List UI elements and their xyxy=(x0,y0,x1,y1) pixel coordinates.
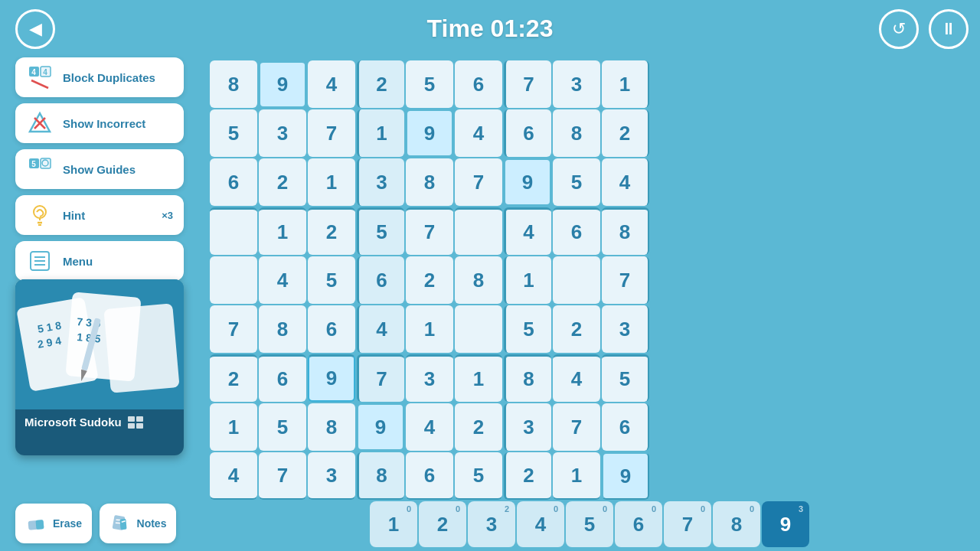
cell-3-0[interactable] xyxy=(210,207,257,255)
num-button-4[interactable]: 04 xyxy=(517,501,564,547)
cell-3-7[interactable]: 6 xyxy=(553,207,600,255)
cell-5-3[interactable]: 4 xyxy=(357,305,404,353)
cell-2-8[interactable]: 4 xyxy=(602,158,649,206)
num-button-6[interactable]: 06 xyxy=(615,501,662,547)
cell-6-8[interactable]: 5 xyxy=(602,354,649,402)
cell-7-4[interactable]: 4 xyxy=(406,403,453,451)
num-button-7[interactable]: 07 xyxy=(664,501,711,547)
cell-6-4[interactable]: 3 xyxy=(406,354,453,402)
cell-6-5[interactable]: 1 xyxy=(455,354,502,402)
cell-6-6[interactable]: 8 xyxy=(504,354,551,402)
cell-5-7[interactable]: 2 xyxy=(553,305,600,353)
cell-2-6[interactable]: 9 xyxy=(504,158,551,206)
cell-0-6[interactable]: 7 xyxy=(504,60,551,108)
cell-1-7[interactable]: 8 xyxy=(553,109,600,157)
cell-4-5[interactable]: 8 xyxy=(455,256,502,304)
sidebar-item-show-guides[interactable]: 5 Show Guides xyxy=(15,149,184,189)
cell-4-0[interactable] xyxy=(210,256,257,304)
num-button-1[interactable]: 01 xyxy=(370,501,417,547)
cell-0-4[interactable]: 5 xyxy=(406,60,453,108)
cell-0-2[interactable]: 4 xyxy=(308,60,355,108)
num-button-8[interactable]: 08 xyxy=(713,501,760,547)
cell-3-6[interactable]: 4 xyxy=(504,207,551,255)
cell-6-2[interactable]: 9 xyxy=(308,354,355,402)
num-button-5[interactable]: 05 xyxy=(566,501,613,547)
cell-1-5[interactable]: 4 xyxy=(455,109,502,157)
cell-8-3[interactable]: 8 xyxy=(357,452,404,500)
cell-7-6[interactable]: 3 xyxy=(504,403,551,451)
cell-2-5[interactable]: 7 xyxy=(455,158,502,206)
sidebar-item-block-duplicates[interactable]: 4 4 Block Duplicates xyxy=(15,57,184,97)
cell-4-6[interactable]: 1 xyxy=(504,256,551,304)
sidebar-item-hint[interactable]: Hint ×3 xyxy=(15,195,184,235)
cell-1-8[interactable]: 2 xyxy=(602,109,649,157)
cell-7-0[interactable]: 1 xyxy=(210,403,257,451)
cell-5-1[interactable]: 8 xyxy=(259,305,306,353)
cell-8-4[interactable]: 6 xyxy=(406,452,453,500)
cell-4-4[interactable]: 2 xyxy=(406,256,453,304)
cell-1-1[interactable]: 3 xyxy=(259,109,306,157)
cell-5-8[interactable]: 3 xyxy=(602,305,649,353)
cell-3-8[interactable]: 8 xyxy=(602,207,649,255)
cell-0-5[interactable]: 6 xyxy=(455,60,502,108)
cell-8-7[interactable]: 1 xyxy=(553,452,600,500)
cell-1-0[interactable]: 5 xyxy=(210,109,257,157)
undo-button[interactable]: ↺ xyxy=(879,9,919,49)
cell-8-1[interactable]: 7 xyxy=(259,452,306,500)
sidebar-item-menu[interactable]: Menu xyxy=(15,241,184,281)
cell-3-1[interactable]: 1 xyxy=(259,207,306,255)
cell-0-0[interactable]: 8 xyxy=(210,60,257,108)
cell-8-2[interactable]: 3 xyxy=(308,452,355,500)
cell-2-4[interactable]: 8 xyxy=(406,158,453,206)
num-button-9[interactable]: 39 xyxy=(762,501,809,547)
cell-3-3[interactable]: 5 xyxy=(357,207,404,255)
cell-0-7[interactable]: 3 xyxy=(553,60,600,108)
cell-1-6[interactable]: 6 xyxy=(504,109,551,157)
cell-4-3[interactable]: 6 xyxy=(357,256,404,304)
cell-5-5[interactable] xyxy=(455,305,502,353)
preview-image: 5 1 8 2 9 4 7 3 6 1 8 5 xyxy=(15,279,184,409)
cell-7-5[interactable]: 2 xyxy=(455,403,502,451)
cell-4-8[interactable]: 7 xyxy=(602,256,649,304)
cell-5-2[interactable]: 6 xyxy=(308,305,355,353)
cell-3-4[interactable]: 7 xyxy=(406,207,453,255)
cell-2-7[interactable]: 5 xyxy=(553,158,600,206)
cell-6-3[interactable]: 7 xyxy=(357,354,404,402)
cell-6-1[interactable]: 6 xyxy=(259,354,306,402)
cell-7-3[interactable]: 9 xyxy=(357,403,404,451)
pause-button[interactable]: ⏸ xyxy=(929,9,969,49)
cell-2-2[interactable]: 1 xyxy=(308,158,355,206)
num-button-2[interactable]: 02 xyxy=(419,501,466,547)
cell-1-2[interactable]: 7 xyxy=(308,109,355,157)
cell-7-8[interactable]: 6 xyxy=(602,403,649,451)
cell-2-1[interactable]: 2 xyxy=(259,158,306,206)
cell-7-1[interactable]: 5 xyxy=(259,403,306,451)
cell-4-1[interactable]: 4 xyxy=(259,256,306,304)
cell-6-7[interactable]: 4 xyxy=(553,354,600,402)
erase-button[interactable]: Erase xyxy=(15,504,92,543)
cell-0-1[interactable]: 9 xyxy=(259,60,306,108)
cell-1-3[interactable]: 1 xyxy=(357,109,404,157)
cell-2-3[interactable]: 3 xyxy=(357,158,404,206)
cell-4-7[interactable] xyxy=(553,256,600,304)
cell-5-4[interactable]: 1 xyxy=(406,305,453,353)
cell-7-7[interactable]: 7 xyxy=(553,403,600,451)
cell-2-0[interactable]: 6 xyxy=(210,158,257,206)
cell-6-0[interactable]: 2 xyxy=(210,354,257,402)
cell-4-2[interactable]: 5 xyxy=(308,256,355,304)
cell-1-4[interactable]: 9 xyxy=(406,109,453,157)
sidebar-item-show-incorrect[interactable]: Show Incorrect xyxy=(15,103,184,143)
cell-5-6[interactable]: 5 xyxy=(504,305,551,353)
cell-7-2[interactable]: 8 xyxy=(308,403,355,451)
cell-8-8[interactable]: 9 xyxy=(602,452,649,500)
notes-button[interactable]: Notes xyxy=(100,504,176,543)
cell-3-5[interactable] xyxy=(455,207,502,255)
cell-3-2[interactable]: 2 xyxy=(308,207,355,255)
num-button-3[interactable]: 23 xyxy=(468,501,515,547)
cell-8-0[interactable]: 4 xyxy=(210,452,257,500)
cell-8-6[interactable]: 2 xyxy=(504,452,551,500)
cell-0-8[interactable]: 1 xyxy=(602,60,649,108)
cell-8-5[interactable]: 5 xyxy=(455,452,502,500)
cell-5-0[interactable]: 7 xyxy=(210,305,257,353)
cell-0-3[interactable]: 2 xyxy=(357,60,404,108)
